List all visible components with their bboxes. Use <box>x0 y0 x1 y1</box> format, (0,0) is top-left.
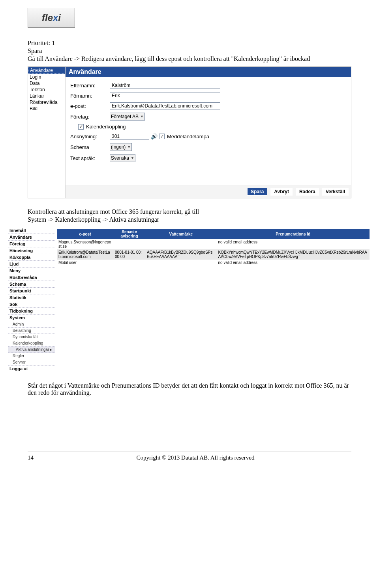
nav2-sok[interactable]: Sök <box>8 301 55 308</box>
sprak-value: Svenska <box>111 155 129 161</box>
nav2-startpunkt[interactable]: Startpunkt <box>8 288 55 294</box>
radera-button[interactable]: Radera <box>296 188 319 196</box>
intro-text: Prioritet: 1 Spara Gå till Användare -> … <box>28 40 351 62</box>
footer-copyright: Copyright © 2013 Datatal AB. All rights … <box>39 454 351 461</box>
ss1-header: Användare <box>66 67 351 77</box>
cell-avisering: 0001-01-01 00:00:00 <box>113 249 145 260</box>
cell-epost: Mobil user <box>57 260 113 266</box>
nav2-rostbrevlada[interactable]: Röstbrevlåda <box>8 274 55 281</box>
cell-avisering <box>113 260 145 266</box>
cell-vatten <box>145 239 216 249</box>
foretag-value: Företaget AB <box>111 114 139 119</box>
efternamn-input[interactable] <box>110 82 220 89</box>
nav2-schema[interactable]: Schema <box>8 281 55 288</box>
nav-anvandare[interactable]: Användare <box>28 67 65 74</box>
mid-text: Kontrollera att anslutningen mot Office … <box>28 208 351 223</box>
col-vatten[interactable]: Vattenmärke <box>145 229 216 239</box>
foretag-select[interactable]: Företaget AB ▼ <box>110 113 145 121</box>
nav-rostbrevlada[interactable]: Röstbrevlåda <box>28 99 65 106</box>
meddelande-checkbox[interactable]: ✓ <box>159 134 165 139</box>
meddelande-label: Meddelandelampa <box>167 134 209 139</box>
screenshot-user-form: Användare Login Data Telefon Länkar Röst… <box>28 66 351 198</box>
nav-lankar[interactable]: Länkar <box>28 93 65 99</box>
ss2-nav: Innehåll Användare Företag Hänvisning Kö… <box>8 227 55 372</box>
nav2-ljud[interactable]: Ljud <box>8 261 55 268</box>
fornamn-input[interactable] <box>110 92 220 99</box>
nav2-servrar[interactable]: Servrar <box>8 359 55 366</box>
nav2-regler[interactable]: Regler <box>8 353 55 359</box>
nav-login[interactable]: Login <box>28 74 65 80</box>
nav2-innehall[interactable]: Innehåll <box>8 227 55 234</box>
nav2-kalenderkoppling[interactable]: Kalenderkoppling <box>8 340 55 347</box>
cell-vatten <box>145 260 216 266</box>
table-row: Mobil user no valid email address <box>57 260 370 266</box>
epost-label: e-post: <box>70 103 110 109</box>
epost-input[interactable] <box>110 102 220 109</box>
sprak-label: Text språk: <box>70 155 110 161</box>
mid-line1: Kontrollera att anslutningen mot Office … <box>28 208 351 215</box>
nav-data[interactable]: Data <box>28 80 65 87</box>
intro-line2: Spara <box>28 47 351 55</box>
ss1-buttons: Spara Avbryt Radera Verkställ <box>66 185 351 198</box>
nav2-dynamiska[interactable]: Dynamiska fält <box>8 334 55 340</box>
footer: 14 Copyright © 2013 Datatal AB. All righ… <box>28 452 351 461</box>
connections-table: e-post Senaste avisering Vattenmärke Pre… <box>57 229 370 266</box>
nav2-loggaut[interactable]: Logga ut <box>8 366 55 372</box>
ss1-main: Användare Efternamn: Förnamn: e-post: Fö… <box>66 67 351 198</box>
avbryt-button[interactable]: Avbryt <box>270 188 293 196</box>
end-text: Står det något i Vattenmärke och Prenume… <box>28 382 351 396</box>
anknytning-input[interactable] <box>110 133 149 140</box>
kalender-checkbox[interactable]: ✓ <box>78 124 84 130</box>
ss1-form: Efternamn: Förnamn: e-post: Företag: För… <box>66 77 351 185</box>
dropdown-icon: ▼ <box>140 115 144 119</box>
nav2-admin[interactable]: Admin <box>8 321 55 328</box>
cell-epost: Erik.Kalstrom@DatatalTestLab.onmicrosoft… <box>57 249 113 260</box>
nav2-hanvisning[interactable]: Hänvisning <box>8 247 55 254</box>
screenshot-connections: Innehåll Användare Företag Hänvisning Kö… <box>8 227 371 372</box>
table-row: Magnus.Svensson@ingenepost.se no valid e… <box>57 239 370 249</box>
schema-select[interactable]: (ingen) ▼ <box>110 143 132 151</box>
spara-button[interactable]: Spara <box>247 188 267 196</box>
intro-line3: Gå till Användare -> Redigera användare,… <box>28 55 351 62</box>
nav2-statistik[interactable]: Statistik <box>8 294 55 301</box>
verkstall-button[interactable]: Verkställ <box>322 188 349 196</box>
col-epost[interactable]: e-post <box>57 229 113 239</box>
sound-icon[interactable]: 🔊 <box>151 133 158 139</box>
nav2-meny[interactable]: Meny <box>8 268 55 274</box>
table-row: Erik.Kalstrom@DatatalTestLab.onmicrosoft… <box>57 249 370 260</box>
col-avisering[interactable]: Senaste avisering <box>113 229 145 239</box>
nav2-kokoppla[interactable]: Kö/koppla <box>8 254 55 261</box>
nav2-anvandare[interactable]: Användare <box>8 234 55 241</box>
nav2-foretag[interactable]: Företag <box>8 241 55 247</box>
col-pren[interactable]: Prenumerations id <box>217 229 370 239</box>
logo-text: flexi <box>42 12 61 23</box>
nav2-tidbokning[interactable]: Tidbokning <box>8 308 55 315</box>
ss2-main: e-post Senaste avisering Vattenmärke Pre… <box>55 227 371 372</box>
nav-bild[interactable]: Bild <box>28 106 65 112</box>
end-paragraph: Står det något i Vattenmärke och Prenume… <box>28 382 351 396</box>
cell-pren: no valid email address <box>217 239 370 249</box>
anknytning-label: Anknytning: <box>70 134 110 139</box>
mid-line2: System -> Kalenderkoppling -> Aktiva ans… <box>28 216 351 223</box>
schema-value: (ingen) <box>111 144 126 150</box>
schema-label: Schema <box>70 144 110 150</box>
nav2-belastning[interactable]: Belastning <box>8 328 55 334</box>
kalender-label: Kalenderkoppling <box>86 124 126 130</box>
logo: flexi <box>28 8 75 28</box>
cell-avisering <box>113 239 145 249</box>
nav-telefon[interactable]: Telefon <box>28 87 65 93</box>
nav2-system[interactable]: System <box>8 315 55 321</box>
sprak-select[interactable]: Svenska ▼ <box>110 154 135 162</box>
efternamn-label: Efternamn: <box>70 83 110 89</box>
cell-vatten: AQAAAFrB1kByBRZDu9SQ9gboSPsBukEEAAAAAAA= <box>145 249 216 260</box>
fornamn-label: Förnamn: <box>70 93 110 99</box>
dropdown-icon: ▼ <box>131 156 134 160</box>
cell-epost: Magnus.Svensson@ingenepost.se <box>57 239 113 249</box>
ss1-nav: Användare Login Data Telefon Länkar Röst… <box>28 67 66 198</box>
cell-pren: no valid email address <box>217 260 370 266</box>
foretag-label: Företag: <box>70 114 110 120</box>
cell-pren: KQBkYnhwcmQwNTExY2EwMDMuZXVycHJkMDUucHJv… <box>217 249 370 260</box>
nav2-aktiva[interactable]: Aktiva anslutningar ▸ <box>8 347 55 353</box>
dropdown-icon: ▼ <box>127 145 131 149</box>
page-number: 14 <box>28 454 39 461</box>
